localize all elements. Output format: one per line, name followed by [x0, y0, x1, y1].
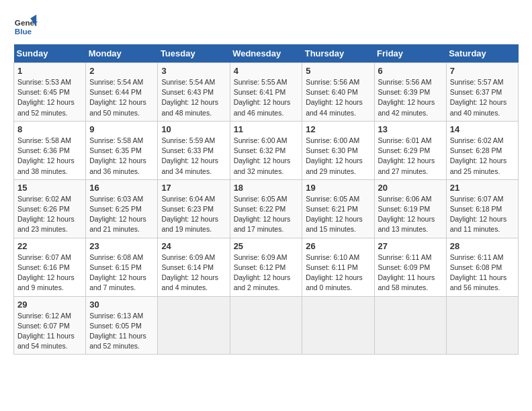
day-number: 18 — [234, 183, 299, 193]
calendar-table: SundayMondayTuesdayWednesdayThursdayFrid… — [13, 44, 519, 355]
calendar-cell — [302, 296, 374, 355]
day-info: Sunrise: 6:02 AM Sunset: 6:26 PM Dayligh… — [17, 194, 82, 235]
day-number: 12 — [306, 124, 370, 134]
day-info: Sunrise: 5:58 AM Sunset: 6:35 PM Dayligh… — [89, 136, 154, 177]
weekday-header-row: SundayMondayTuesdayWednesdayThursdayFrid… — [14, 44, 519, 63]
day-number: 9 — [89, 124, 154, 134]
calendar-cell: 8Sunrise: 5:58 AM Sunset: 6:36 PM Daylig… — [14, 121, 86, 179]
calendar-cell: 1Sunrise: 5:53 AM Sunset: 6:45 PM Daylig… — [14, 63, 86, 122]
calendar-cell: 17Sunrise: 6:04 AM Sunset: 6:23 PM Dayli… — [158, 179, 230, 238]
calendar-cell: 24Sunrise: 6:09 AM Sunset: 6:14 PM Dayli… — [158, 238, 230, 296]
calendar-cell: 12Sunrise: 6:00 AM Sunset: 6:30 PM Dayli… — [302, 121, 374, 179]
day-info: Sunrise: 5:58 AM Sunset: 6:36 PM Dayligh… — [17, 136, 82, 177]
day-number: 7 — [450, 66, 515, 76]
day-info: Sunrise: 5:54 AM Sunset: 6:43 PM Dayligh… — [161, 77, 226, 118]
svg-text:Blue: Blue — [15, 27, 32, 36]
calendar-cell: 15Sunrise: 6:02 AM Sunset: 6:26 PM Dayli… — [14, 179, 86, 238]
calendar-week-1: 1Sunrise: 5:53 AM Sunset: 6:45 PM Daylig… — [14, 63, 519, 122]
day-number: 21 — [450, 183, 515, 193]
logo: General Blue — [13, 13, 38, 38]
calendar-week-2: 8Sunrise: 5:58 AM Sunset: 6:36 PM Daylig… — [14, 121, 519, 179]
day-info: Sunrise: 5:56 AM Sunset: 6:40 PM Dayligh… — [306, 77, 370, 118]
weekday-header-monday: Monday — [86, 44, 158, 63]
day-number: 22 — [17, 241, 82, 251]
calendar-cell — [230, 296, 302, 355]
day-number: 6 — [378, 66, 443, 76]
day-number: 14 — [450, 124, 515, 134]
calendar-cell: 9Sunrise: 5:58 AM Sunset: 6:35 PM Daylig… — [86, 121, 158, 179]
calendar-cell — [446, 296, 518, 355]
day-info: Sunrise: 5:54 AM Sunset: 6:44 PM Dayligh… — [89, 77, 154, 118]
day-number: 8 — [17, 124, 82, 134]
calendar-cell: 16Sunrise: 6:03 AM Sunset: 6:25 PM Dayli… — [86, 179, 158, 238]
weekday-header-tuesday: Tuesday — [158, 44, 230, 63]
day-number: 29 — [17, 300, 82, 310]
day-number: 24 — [161, 241, 226, 251]
calendar-cell: 23Sunrise: 6:08 AM Sunset: 6:15 PM Dayli… — [86, 238, 158, 296]
calendar-cell: 4Sunrise: 5:55 AM Sunset: 6:41 PM Daylig… — [230, 63, 302, 122]
day-info: Sunrise: 6:07 AM Sunset: 6:18 PM Dayligh… — [450, 194, 515, 235]
calendar-week-5: 29Sunrise: 6:12 AM Sunset: 6:07 PM Dayli… — [14, 296, 519, 355]
day-number: 23 — [89, 241, 154, 251]
day-info: Sunrise: 5:55 AM Sunset: 6:41 PM Dayligh… — [234, 77, 299, 118]
calendar-cell: 27Sunrise: 6:11 AM Sunset: 6:09 PM Dayli… — [374, 238, 446, 296]
calendar-cell: 13Sunrise: 6:01 AM Sunset: 6:29 PM Dayli… — [374, 121, 446, 179]
day-info: Sunrise: 6:11 AM Sunset: 6:08 PM Dayligh… — [450, 253, 515, 293]
day-number: 2 — [89, 66, 154, 76]
weekday-header-sunday: Sunday — [14, 44, 86, 63]
calendar-cell: 2Sunrise: 5:54 AM Sunset: 6:44 PM Daylig… — [86, 63, 158, 122]
weekday-header-thursday: Thursday — [302, 44, 374, 63]
calendar-cell: 26Sunrise: 6:10 AM Sunset: 6:11 PM Dayli… — [302, 238, 374, 296]
day-info: Sunrise: 6:02 AM Sunset: 6:28 PM Dayligh… — [450, 136, 515, 177]
weekday-header-friday: Friday — [374, 44, 446, 63]
day-number: 17 — [161, 183, 226, 193]
calendar-cell: 29Sunrise: 6:12 AM Sunset: 6:07 PM Dayli… — [14, 296, 86, 355]
day-info: Sunrise: 6:10 AM Sunset: 6:11 PM Dayligh… — [306, 253, 370, 293]
calendar-cell — [158, 296, 230, 355]
calendar-week-4: 22Sunrise: 6:07 AM Sunset: 6:16 PM Dayli… — [14, 238, 519, 296]
calendar-cell: 22Sunrise: 6:07 AM Sunset: 6:16 PM Dayli… — [14, 238, 86, 296]
day-info: Sunrise: 6:12 AM Sunset: 6:07 PM Dayligh… — [17, 311, 82, 352]
day-info: Sunrise: 5:59 AM Sunset: 6:33 PM Dayligh… — [161, 136, 226, 177]
page-header: General Blue — [13, 13, 519, 38]
day-number: 1 — [17, 66, 82, 76]
day-info: Sunrise: 6:01 AM Sunset: 6:29 PM Dayligh… — [378, 136, 443, 177]
calendar-cell: 14Sunrise: 6:02 AM Sunset: 6:28 PM Dayli… — [446, 121, 518, 179]
logo-icon: General Blue — [13, 13, 38, 38]
day-info: Sunrise: 6:05 AM Sunset: 6:21 PM Dayligh… — [306, 194, 370, 235]
day-number: 3 — [161, 66, 226, 76]
day-info: Sunrise: 6:06 AM Sunset: 6:19 PM Dayligh… — [378, 194, 443, 235]
day-number: 4 — [234, 66, 299, 76]
day-info: Sunrise: 6:09 AM Sunset: 6:12 PM Dayligh… — [234, 253, 299, 293]
day-number: 16 — [89, 183, 154, 193]
weekday-header-wednesday: Wednesday — [230, 44, 302, 63]
calendar-week-3: 15Sunrise: 6:02 AM Sunset: 6:26 PM Dayli… — [14, 179, 519, 238]
day-info: Sunrise: 5:56 AM Sunset: 6:39 PM Dayligh… — [378, 77, 443, 118]
calendar-cell: 3Sunrise: 5:54 AM Sunset: 6:43 PM Daylig… — [158, 63, 230, 122]
calendar-cell: 28Sunrise: 6:11 AM Sunset: 6:08 PM Dayli… — [446, 238, 518, 296]
day-info: Sunrise: 6:08 AM Sunset: 6:15 PM Dayligh… — [89, 253, 154, 293]
day-number: 15 — [17, 183, 82, 193]
calendar-cell: 5Sunrise: 5:56 AM Sunset: 6:40 PM Daylig… — [302, 63, 374, 122]
day-number: 13 — [378, 124, 443, 134]
day-number: 20 — [378, 183, 443, 193]
calendar-cell: 30Sunrise: 6:13 AM Sunset: 6:05 PM Dayli… — [86, 296, 158, 355]
day-number: 10 — [161, 124, 226, 134]
day-info: Sunrise: 5:57 AM Sunset: 6:37 PM Dayligh… — [450, 77, 515, 118]
day-number: 30 — [89, 300, 154, 310]
day-number: 28 — [450, 241, 515, 251]
day-info: Sunrise: 6:03 AM Sunset: 6:25 PM Dayligh… — [89, 194, 154, 235]
calendar-cell: 19Sunrise: 6:05 AM Sunset: 6:21 PM Dayli… — [302, 179, 374, 238]
calendar-cell: 20Sunrise: 6:06 AM Sunset: 6:19 PM Dayli… — [374, 179, 446, 238]
day-info: Sunrise: 6:11 AM Sunset: 6:09 PM Dayligh… — [378, 253, 443, 293]
day-number: 27 — [378, 241, 443, 251]
day-number: 11 — [234, 124, 299, 134]
day-info: Sunrise: 6:00 AM Sunset: 6:30 PM Dayligh… — [306, 136, 370, 177]
day-info: Sunrise: 6:09 AM Sunset: 6:14 PM Dayligh… — [161, 253, 226, 293]
day-info: Sunrise: 6:07 AM Sunset: 6:16 PM Dayligh… — [17, 253, 82, 293]
day-number: 26 — [306, 241, 370, 251]
calendar-cell — [374, 296, 446, 355]
day-number: 5 — [306, 66, 370, 76]
calendar-cell: 11Sunrise: 6:00 AM Sunset: 6:32 PM Dayli… — [230, 121, 302, 179]
calendar-cell: 25Sunrise: 6:09 AM Sunset: 6:12 PM Dayli… — [230, 238, 302, 296]
